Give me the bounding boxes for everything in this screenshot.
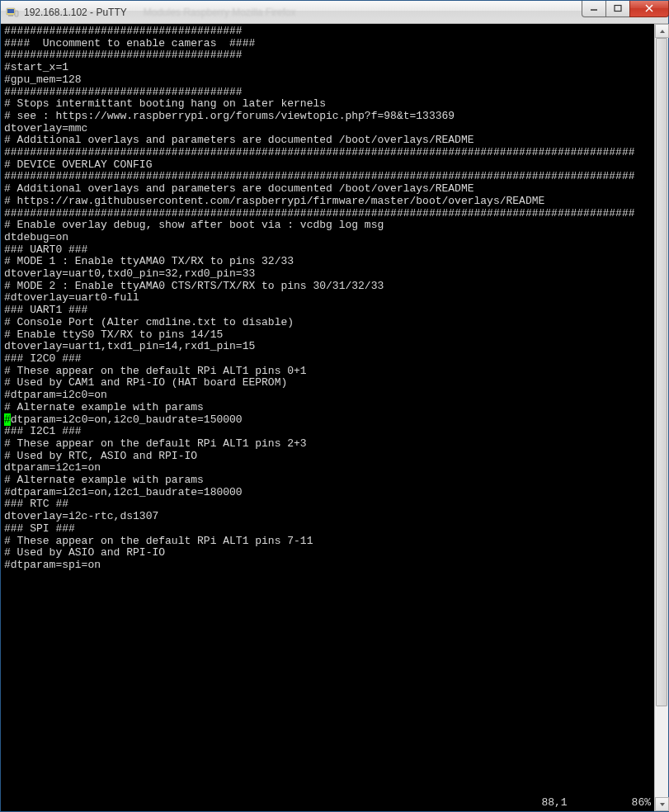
terminal-line: # Enable overlay debug, show after boot … [4,220,651,232]
terminal-line: # DEVICE OVERLAY CONFIG [4,159,651,172]
terminal-line: dtoverlay=uart0,txd0_pin=32,rxd0_pin=33 [4,268,651,281]
terminal-line: #gpu_mem=128 [4,74,651,87]
scroll-up-button[interactable] [655,24,669,38]
terminal-line: # Enable ttyS0 TX/RX to pins 14/15 [4,329,651,342]
vim-status: 88,1 86% [541,797,651,810]
terminal-line: # Used by RTC, ASIO and RPI-IO [4,451,651,463]
terminal-line: # Used by ASIO and RPI-IO [4,547,651,559]
terminal-line: # Alternate example with params [4,474,651,487]
terminal-line: # https://raw.githubusercontent.com/rasp… [4,196,651,208]
terminal-line: #dtparam=i2c1=on,i2c1_baudrate=180000 [4,487,651,499]
terminal-line: #dtparam=spi=on [4,559,651,572]
terminal-line: ##################################### [4,87,651,99]
terminal-line: ### UART1 ### [4,304,651,317]
terminal-line: ########################################… [4,208,651,220]
terminal-line: ### I2C0 ### [4,353,651,366]
putty-icon [6,6,19,19]
terminal-line: ### I2C1 ### [4,426,651,438]
putty-window: 192.168.1.102 - PuTTY Modules Raspberry … [0,0,669,812]
terminal-line: # These appear on the default RPi ALT1 p… [4,438,651,451]
terminal-line: ########################################… [4,171,651,183]
titlebar[interactable]: 192.168.1.102 - PuTTY Modules Raspberry … [1,1,668,24]
terminal-line: #### Uncomment to enable cameras #### [4,38,651,50]
terminal-line: ##################################### [4,50,651,62]
terminal-line: dtparam=i2c1=on [4,462,651,474]
terminal-line: # MODE 1 : Enable ttyAMA0 TX/RX to pins … [4,256,651,268]
minimize-button[interactable] [582,1,606,17]
terminal-line: #dtparam=i2c0=on,i2c0_baudrate=150000 [4,414,651,427]
terminal-line: # MODE 2 : Enable ttyAMA0 CTS/RTS/TX/RX … [4,281,651,293]
terminal-area: ########################################… [1,24,668,811]
terminal-line: ### RTC ## [4,498,651,511]
terminal-line: # Additional overlays and parameters are… [4,135,651,147]
terminal-line: #dtparam=i2c0=on [4,389,651,402]
terminal-line: # see : https://www.raspberrypi.org/foru… [4,111,651,123]
terminal-line: # Additional overlays and parameters are… [4,183,651,196]
terminal-line: ########################################… [4,147,651,159]
terminal-line: #start_x=1 [4,62,651,74]
terminal-line: # Used by CAM1 and RPi-IO (HAT board EEP… [4,377,651,389]
svg-rect-5 [615,6,621,12]
terminal-line: ### UART0 ### [4,244,651,257]
terminal-line: # These appear on the default RPi ALT1 p… [4,536,651,548]
background-window-hint: Modules Raspberry Mozilla Firefox [144,7,296,18]
terminal-line: # Stops intermittant booting hang on lat… [4,98,651,111]
scroll-thumb[interactable] [656,38,667,706]
cursor: # [4,413,11,426]
svg-rect-1 [7,9,14,13]
terminal-line: #dtoverlay=uart0-full [4,292,651,304]
terminal-line: ### SPI ### [4,523,651,536]
terminal-line: dtdebug=on [4,232,651,244]
terminal-line: dtoverlay=mmc [4,123,651,135]
terminal[interactable]: ########################################… [1,24,654,811]
scroll-down-button[interactable] [655,797,669,811]
window-controls [582,1,668,17]
terminal-line: ##################################### [4,26,651,38]
terminal-line: # Alternate example with params [4,402,651,414]
close-button[interactable] [629,1,669,17]
maximize-button[interactable] [605,1,630,17]
svg-rect-2 [15,11,18,17]
terminal-line: # These appear on the default RPi ALT1 p… [4,366,651,378]
terminal-line: dtoverlay=uart1,txd1_pin=14,rxd1_pin=15 [4,341,651,353]
scrollbar[interactable] [654,24,668,811]
terminal-line: dtoverlay=i2c-rtc,ds1307 [4,511,651,523]
window-title: 192.168.1.102 - PuTTY [24,7,127,18]
terminal-line: # Console Port (Alter cmdline.txt to dis… [4,317,651,329]
